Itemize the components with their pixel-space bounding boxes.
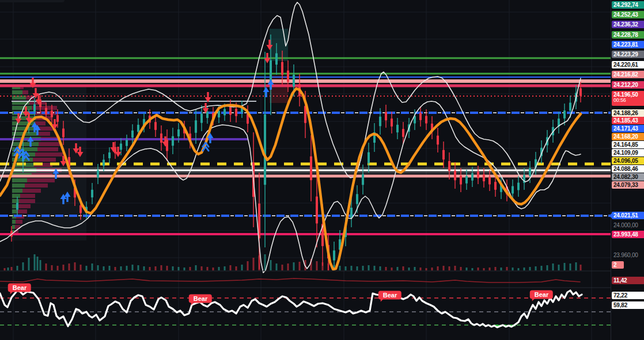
volume-bar <box>155 266 157 270</box>
volume-bar <box>552 263 554 270</box>
volume-bar <box>22 262 24 270</box>
volume-bar <box>437 266 439 270</box>
buy-arrow-icon <box>265 91 267 97</box>
volume-profile-bar-buy <box>12 209 17 213</box>
volume-profile-bar-buy <box>12 194 20 198</box>
sell-arrow-icon <box>268 40 270 45</box>
buy-arrow-icon <box>36 129 38 135</box>
price-label: 24.185,43 <box>612 117 644 124</box>
volume-bar <box>190 267 191 270</box>
volume-bar <box>184 268 185 270</box>
volume-profile-bar-buy <box>12 189 22 193</box>
price-label: 24.000,00 <box>612 221 644 229</box>
price-label: 24.236,32 <box>612 21 644 28</box>
volume-bar <box>120 266 122 270</box>
price-label: 11,42 <box>612 277 644 284</box>
volume-bar <box>397 267 399 270</box>
price-label: 2 <box>612 261 624 269</box>
volume-bar <box>339 266 341 270</box>
volume-bar <box>466 268 468 270</box>
volume-bar <box>37 257 39 270</box>
volume-bar <box>247 261 249 270</box>
oscillator-line <box>0 291 582 327</box>
countdown-timer: 00:56 <box>613 97 644 104</box>
buy-arrow-icon <box>270 84 271 90</box>
sell-arrow-icon <box>204 103 206 109</box>
volume-profile-bar-sell <box>17 209 27 213</box>
price-label: 24.220,61 <box>612 61 644 68</box>
volume-bar <box>230 265 232 270</box>
volume-bar <box>57 266 59 270</box>
volume-bar <box>547 265 548 270</box>
sell-arrow-icon <box>25 106 26 112</box>
volume-bar <box>236 266 237 270</box>
volume-bar <box>483 268 485 270</box>
buy-arrow-icon <box>55 173 56 179</box>
volume-bar <box>103 266 105 270</box>
volume-bar <box>195 265 197 270</box>
price-axis[interactable]: 24.292,7424.252,4324.236,3224.228,7824.2… <box>611 0 644 340</box>
volume-bar <box>414 267 416 270</box>
volume-bar <box>368 265 370 270</box>
sell-arrow-icon <box>79 147 81 152</box>
volume-bar <box>351 266 353 270</box>
volume-bar <box>213 268 214 270</box>
volume-bar <box>207 267 209 270</box>
volume-bar <box>518 268 520 270</box>
volume-bar <box>293 262 295 270</box>
legend-stub[interactable] <box>0 0 65 2</box>
volume-bar <box>282 265 283 270</box>
volume-bar <box>529 267 531 270</box>
current-price-label: 24.196,5000:56 <box>612 91 644 106</box>
volume-bar <box>385 267 387 270</box>
moving-average-line <box>0 89 581 269</box>
volume-bar <box>443 266 445 270</box>
volume-bar <box>391 268 393 270</box>
price-label: 24.252,43 <box>612 11 644 18</box>
bear-signal-badge: Bear <box>8 284 31 292</box>
volume-bar <box>408 268 410 270</box>
volume-bar <box>7 268 9 270</box>
volume-profile-bar-sell <box>19 199 35 203</box>
sell-arrow-icon <box>62 156 64 162</box>
volume-bar <box>299 262 301 270</box>
volume-bar <box>63 265 65 270</box>
volume-profile-bar-sell <box>39 127 54 131</box>
price-chart-svg[interactable] <box>0 0 611 340</box>
sell-arrow-icon <box>32 78 33 83</box>
volume-bar <box>570 263 571 270</box>
volume-bar <box>132 265 134 270</box>
price-label: 24.228,78 <box>612 31 644 39</box>
volume-bar <box>115 267 116 270</box>
sell-arrow-icon <box>35 88 36 94</box>
volume-profile-bar-buy <box>12 178 27 182</box>
sell-arrow-icon <box>17 113 19 119</box>
volume-bar <box>449 266 450 270</box>
price-label: 24.292,74 <box>612 1 644 9</box>
price-label: 24.096,05 <box>612 157 644 165</box>
volume-bar <box>201 266 203 270</box>
price-label: 24.168,20 <box>612 133 644 140</box>
volume-bar <box>345 266 347 270</box>
volume-bar <box>270 260 272 270</box>
volume-profile-bar-sell <box>16 220 22 224</box>
volume-bar <box>580 265 582 270</box>
volume-bar <box>143 266 145 270</box>
volume-bar <box>374 266 376 270</box>
volume-bar <box>17 266 18 270</box>
volume-profile-bar-buy <box>12 184 25 188</box>
sell-arrow-icon <box>115 152 122 157</box>
volume-bar <box>178 267 180 270</box>
volume-bar <box>489 268 491 270</box>
price-label: 59,82 <box>612 301 644 309</box>
price-label: 24.223,29 <box>612 51 644 58</box>
price-label: 24.171,43 <box>612 125 644 132</box>
sell-arrow-icon <box>207 92 209 98</box>
volume-bar <box>524 268 525 270</box>
volume-bar <box>495 267 497 270</box>
volume-bar <box>420 268 422 270</box>
volume-profile-bar-sell <box>39 142 62 146</box>
price-label: 24.164,85 <box>612 141 644 148</box>
volume-bar <box>74 262 76 270</box>
volume-profile-bar-sell <box>27 178 55 182</box>
